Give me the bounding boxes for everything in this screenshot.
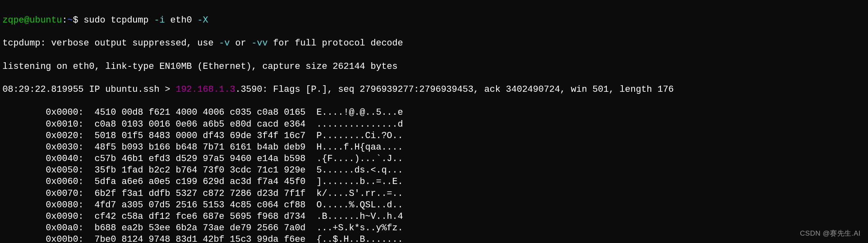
hex-ascii: .{F....)...`.J.. [317, 154, 403, 164]
hex-offset: 0x00a0: [2, 223, 94, 233]
hex-ascii: ...............d [317, 119, 403, 129]
watermark: CSDN @赛先生.AI [800, 229, 861, 238]
hex-bytes: c57b 46b1 efd3 d529 97a5 9460 e14a b598 [94, 154, 316, 164]
hex-ascii: {..$.H..B....... [317, 234, 403, 243]
hex-bytes: 35fb 1fad b2c2 b764 73f0 3cdc 71c1 929e [94, 165, 316, 175]
hex-offset: 0x0020: [2, 131, 94, 141]
hex-ascii: H....f.H{qaa.... [317, 142, 403, 152]
hex-ascii: O.....%.QSL..d.. [317, 200, 403, 210]
packet-post: .3590: Flags [P.], seq 2796939277:279693… [235, 84, 674, 95]
iface-arg: eth0 [165, 15, 197, 25]
hex-row: 0x0020: 5018 01f5 8483 0000 df43 69de 3f… [2, 130, 866, 142]
verbose-post: for full protocol decode [268, 38, 403, 48]
hex-row: 0x0050: 35fb 1fad b2c2 b764 73f0 3cdc 71… [2, 165, 866, 176]
hex-bytes: 4510 00d8 f621 4000 4006 c035 c0a8 0165 [94, 107, 316, 118]
verbose-pre: tcpdump: verbose output suppressed, use [2, 38, 219, 48]
hex-offset: 0x0070: [2, 188, 94, 199]
hex-ascii: .B......h~V..h.4 [317, 211, 403, 222]
hex-bytes: 6b2f f3a1 ddfb 5327 c872 7286 d23d 7f1f [94, 188, 316, 199]
flag-i: -i [154, 15, 165, 25]
hex-row: 0x00b0: 7be0 8124 9748 83d1 42bf 15c3 99… [2, 234, 866, 243]
hex-offset: 0x0040: [2, 154, 94, 164]
hex-ascii: ].......b..=..E. [317, 177, 403, 187]
hex-row: 0x0030: 48f5 b093 b166 b648 7b71 6161 b4… [2, 142, 866, 153]
hex-offset: 0x0030: [2, 142, 94, 152]
dest-ip: 192.168.1.3 [175, 84, 235, 95]
hex-bytes: 4fd7 a305 07d5 2516 5153 4c85 c064 cf88 [94, 200, 316, 210]
terminal-output[interactable]: zqpe@ubuntu:~$ sudo tcpdump -i eth0 -X t… [0, 0, 868, 243]
hex-ascii: P........Ci.?O.. [317, 131, 403, 141]
hex-row: 0x0060: 5dfa a6e6 a0e5 c199 629d ac3d f7… [2, 176, 866, 188]
hex-row: 0x0040: c57b 46b1 efd3 d529 97a5 9460 e1… [2, 153, 866, 165]
flag-v: -v [219, 38, 230, 48]
hex-offset: 0x0060: [2, 177, 94, 187]
packet-header-line: 08:29:22.819955 IP ubuntu.ssh > 192.168.… [2, 84, 866, 95]
hex-offset: 0x0080: [2, 200, 94, 210]
verbose-line: tcpdump: verbose output suppressed, use … [2, 38, 866, 49]
prompt-line: zqpe@ubuntu:~$ sudo tcpdump -i eth0 -X [2, 15, 866, 26]
hex-dump: 0x0000: 4510 00d8 f621 4000 4006 c035 c0… [2, 107, 866, 243]
hex-offset: 0x0010: [2, 119, 94, 129]
flag-x: -X [197, 15, 208, 25]
hex-ascii: k/....S'.rr..=.. [317, 188, 403, 199]
dollar-sign: $ [73, 15, 84, 25]
cmd-base: sudo tcpdump [84, 15, 154, 25]
hex-row: 0x0000: 4510 00d8 f621 4000 4006 c035 c0… [2, 107, 866, 118]
hex-bytes: b688 ea2b 53ee 6b2a 73ae de79 2566 7a0d [94, 223, 316, 233]
hex-bytes: cf42 c58a df12 fce6 687e 5695 f968 d734 [94, 211, 316, 222]
colon: : [62, 15, 67, 25]
user-host: zqpe@ubuntu [2, 15, 62, 25]
hex-row: 0x0070: 6b2f f3a1 ddfb 5327 c872 7286 d2… [2, 188, 866, 200]
hex-ascii: 5......ds.<.q... [317, 165, 403, 175]
hex-bytes: 5018 01f5 8483 0000 df43 69de 3f4f 16c7 [94, 131, 316, 141]
verbose-mid: or [230, 38, 252, 48]
hex-offset: 0x0090: [2, 211, 94, 222]
hex-offset: 0x00b0: [2, 234, 94, 243]
hex-row: 0x0090: cf42 c58a df12 fce6 687e 5695 f9… [2, 211, 866, 223]
packet-pre: 08:29:22.819955 IP ubuntu.ssh > [2, 84, 175, 95]
hex-bytes: 7be0 8124 9748 83d1 42bf 15c3 99da f6ee [94, 234, 316, 243]
listening-line: listening on eth0, link-type EN10MB (Eth… [2, 61, 866, 73]
hex-row: 0x0010: c0a8 0103 0016 0e06 a6b5 e80d ca… [2, 119, 866, 130]
hex-bytes: 48f5 b093 b166 b648 7b71 6161 b4ab deb9 [94, 142, 316, 152]
hex-offset: 0x0000: [2, 107, 94, 118]
cwd-path: ~ [67, 15, 73, 25]
hex-row: 0x00a0: b688 ea2b 53ee 6b2a 73ae de79 25… [2, 223, 866, 234]
hex-row: 0x0080: 4fd7 a305 07d5 2516 5153 4c85 c0… [2, 200, 866, 211]
hex-bytes: 5dfa a6e6 a0e5 c199 629d ac3d f7a4 45f0 [94, 177, 316, 187]
hex-ascii: E....!@.@..5...e [317, 107, 403, 118]
hex-offset: 0x0050: [2, 165, 94, 175]
hex-bytes: c0a8 0103 0016 0e06 a6b5 e80d cacd e364 [94, 119, 316, 129]
hex-ascii: ...+S.k*s..y%fz. [317, 223, 403, 233]
flag-vv: -vv [251, 38, 268, 48]
